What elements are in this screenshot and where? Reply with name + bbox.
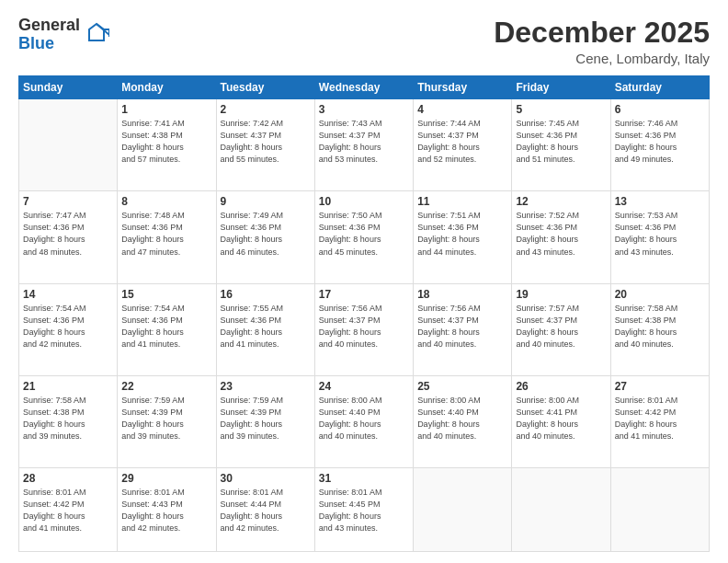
day-info: Sunrise: 7:47 AMSunset: 4:36 PMDaylight:… xyxy=(23,210,113,258)
day-info: Sunrise: 8:01 AMSunset: 4:44 PMDaylight:… xyxy=(221,487,311,534)
table-row xyxy=(19,99,118,191)
table-row: 4Sunrise: 7:44 AMSunset: 4:37 PMDaylight… xyxy=(414,99,512,191)
day-number: 26 xyxy=(516,380,606,393)
table-row: 20Sunrise: 7:58 AMSunset: 4:38 PMDayligh… xyxy=(610,283,709,375)
day-number: 25 xyxy=(417,380,507,393)
table-row: 16Sunrise: 7:55 AMSunset: 4:36 PMDayligh… xyxy=(216,283,314,375)
logo-icon xyxy=(84,20,109,46)
day-number: 29 xyxy=(121,472,211,485)
day-info: Sunrise: 7:54 AMSunset: 4:36 PMDaylight:… xyxy=(23,303,113,350)
table-row: 1Sunrise: 7:41 AMSunset: 4:38 PMDaylight… xyxy=(118,99,216,191)
day-info: Sunrise: 7:58 AMSunset: 4:38 PMDaylight:… xyxy=(23,395,113,442)
table-row: 23Sunrise: 7:59 AMSunset: 4:39 PMDayligh… xyxy=(216,375,314,467)
day-info: Sunrise: 7:55 AMSunset: 4:36 PMDaylight:… xyxy=(221,303,311,350)
table-row: 30Sunrise: 8:01 AMSunset: 4:44 PMDayligh… xyxy=(216,468,314,552)
day-info: Sunrise: 7:54 AMSunset: 4:36 PMDaylight:… xyxy=(121,303,211,350)
day-info: Sunrise: 7:46 AMSunset: 4:36 PMDaylight:… xyxy=(615,118,705,166)
day-number: 7 xyxy=(23,195,113,208)
day-number: 10 xyxy=(319,195,409,208)
day-number: 31 xyxy=(319,472,409,485)
calendar-week-row: 1Sunrise: 7:41 AMSunset: 4:38 PMDaylight… xyxy=(19,99,710,191)
day-info: Sunrise: 8:00 AMSunset: 4:40 PMDaylight:… xyxy=(417,395,507,442)
table-row: 22Sunrise: 7:59 AMSunset: 4:39 PMDayligh… xyxy=(118,375,216,467)
location: Cene, Lombardy, Italy xyxy=(494,51,710,66)
day-number: 19 xyxy=(516,288,606,301)
calendar-week-row: 7Sunrise: 7:47 AMSunset: 4:36 PMDaylight… xyxy=(19,191,710,283)
table-row: 13Sunrise: 7:53 AMSunset: 4:36 PMDayligh… xyxy=(610,191,709,283)
table-row: 5Sunrise: 7:45 AMSunset: 4:36 PMDaylight… xyxy=(512,99,610,191)
day-info: Sunrise: 8:00 AMSunset: 4:40 PMDaylight:… xyxy=(319,395,409,442)
table-row xyxy=(512,468,610,552)
day-info: Sunrise: 7:52 AMSunset: 4:36 PMDaylight:… xyxy=(516,210,606,258)
col-thursday: Thursday xyxy=(414,76,512,99)
day-number: 4 xyxy=(417,103,507,116)
col-tuesday: Tuesday xyxy=(216,76,314,99)
table-row: 19Sunrise: 7:57 AMSunset: 4:37 PMDayligh… xyxy=(512,283,610,375)
day-info: Sunrise: 7:48 AMSunset: 4:36 PMDaylight:… xyxy=(121,210,211,258)
day-number: 22 xyxy=(121,380,211,393)
day-info: Sunrise: 7:57 AMSunset: 4:37 PMDaylight:… xyxy=(516,303,606,350)
day-info: Sunrise: 8:00 AMSunset: 4:41 PMDaylight:… xyxy=(516,395,606,442)
day-info: Sunrise: 7:49 AMSunset: 4:36 PMDaylight:… xyxy=(221,210,311,258)
day-info: Sunrise: 8:01 AMSunset: 4:42 PMDaylight:… xyxy=(23,487,113,534)
day-number: 28 xyxy=(23,472,113,485)
table-row: 11Sunrise: 7:51 AMSunset: 4:36 PMDayligh… xyxy=(414,191,512,283)
col-saturday: Saturday xyxy=(610,76,709,99)
table-row: 9Sunrise: 7:49 AMSunset: 4:36 PMDaylight… xyxy=(216,191,314,283)
header: General Blue December 2025 Cene, Lombard… xyxy=(18,17,710,66)
day-number: 30 xyxy=(221,472,311,485)
page: General Blue December 2025 Cene, Lombard… xyxy=(0,0,728,563)
day-number: 12 xyxy=(516,195,606,208)
table-row: 10Sunrise: 7:50 AMSunset: 4:36 PMDayligh… xyxy=(314,191,413,283)
table-row: 3Sunrise: 7:43 AMSunset: 4:37 PMDaylight… xyxy=(314,99,413,191)
day-number: 8 xyxy=(121,195,211,208)
day-info: Sunrise: 7:41 AMSunset: 4:38 PMDaylight:… xyxy=(121,118,211,166)
day-info: Sunrise: 7:42 AMSunset: 4:37 PMDaylight:… xyxy=(221,118,311,166)
table-row: 7Sunrise: 7:47 AMSunset: 4:36 PMDaylight… xyxy=(19,191,118,283)
day-info: Sunrise: 7:58 AMSunset: 4:38 PMDaylight:… xyxy=(615,303,705,350)
day-number: 2 xyxy=(221,103,311,116)
day-number: 5 xyxy=(516,103,606,116)
day-info: Sunrise: 7:53 AMSunset: 4:36 PMDaylight:… xyxy=(615,210,705,258)
table-row: 31Sunrise: 8:01 AMSunset: 4:45 PMDayligh… xyxy=(314,468,413,552)
table-row xyxy=(610,468,709,552)
table-row: 17Sunrise: 7:56 AMSunset: 4:37 PMDayligh… xyxy=(314,283,413,375)
day-info: Sunrise: 7:43 AMSunset: 4:37 PMDaylight:… xyxy=(319,118,409,166)
day-info: Sunrise: 8:01 AMSunset: 4:42 PMDaylight:… xyxy=(615,395,705,442)
day-number: 6 xyxy=(615,103,705,116)
table-row: 14Sunrise: 7:54 AMSunset: 4:36 PMDayligh… xyxy=(19,283,118,375)
calendar-week-row: 21Sunrise: 7:58 AMSunset: 4:38 PMDayligh… xyxy=(19,375,710,467)
table-row: 6Sunrise: 7:46 AMSunset: 4:36 PMDaylight… xyxy=(610,99,709,191)
table-row: 24Sunrise: 8:00 AMSunset: 4:40 PMDayligh… xyxy=(314,375,413,467)
day-number: 14 xyxy=(23,288,113,301)
table-row: 28Sunrise: 8:01 AMSunset: 4:42 PMDayligh… xyxy=(19,468,118,552)
calendar-table: Sunday Monday Tuesday Wednesday Thursday… xyxy=(18,75,710,552)
day-number: 23 xyxy=(221,380,311,393)
day-number: 24 xyxy=(319,380,409,393)
table-row: 15Sunrise: 7:54 AMSunset: 4:36 PMDayligh… xyxy=(118,283,216,375)
calendar-week-row: 28Sunrise: 8:01 AMSunset: 4:42 PMDayligh… xyxy=(19,468,710,552)
calendar-week-row: 14Sunrise: 7:54 AMSunset: 4:36 PMDayligh… xyxy=(19,283,710,375)
logo: General Blue xyxy=(18,17,109,53)
day-number: 17 xyxy=(319,288,409,301)
day-info: Sunrise: 7:50 AMSunset: 4:36 PMDaylight:… xyxy=(319,210,409,258)
day-number: 27 xyxy=(615,380,705,393)
table-row: 18Sunrise: 7:56 AMSunset: 4:37 PMDayligh… xyxy=(414,283,512,375)
day-info: Sunrise: 8:01 AMSunset: 4:43 PMDaylight:… xyxy=(121,487,211,534)
day-number: 13 xyxy=(615,195,705,208)
col-sunday: Sunday xyxy=(19,76,118,99)
day-number: 11 xyxy=(417,195,507,208)
day-number: 1 xyxy=(121,103,211,116)
day-number: 16 xyxy=(221,288,311,301)
day-info: Sunrise: 7:56 AMSunset: 4:37 PMDaylight:… xyxy=(417,303,507,350)
day-info: Sunrise: 7:59 AMSunset: 4:39 PMDaylight:… xyxy=(221,395,311,442)
day-info: Sunrise: 7:51 AMSunset: 4:36 PMDaylight:… xyxy=(417,210,507,258)
table-row: 12Sunrise: 7:52 AMSunset: 4:36 PMDayligh… xyxy=(512,191,610,283)
day-number: 21 xyxy=(23,380,113,393)
table-row: 25Sunrise: 8:00 AMSunset: 4:40 PMDayligh… xyxy=(414,375,512,467)
table-row: 21Sunrise: 7:58 AMSunset: 4:38 PMDayligh… xyxy=(19,375,118,467)
table-row: 29Sunrise: 8:01 AMSunset: 4:43 PMDayligh… xyxy=(118,468,216,552)
table-row: 2Sunrise: 7:42 AMSunset: 4:37 PMDaylight… xyxy=(216,99,314,191)
col-wednesday: Wednesday xyxy=(314,76,413,99)
day-number: 18 xyxy=(417,288,507,301)
